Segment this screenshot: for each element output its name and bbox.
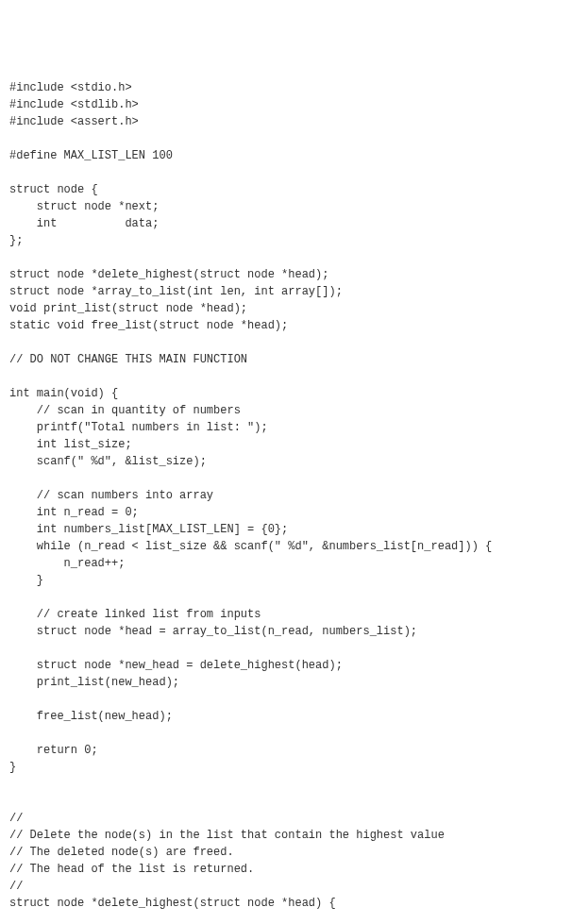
code-line [9, 776, 563, 793]
code-line: #include <assert.h> [9, 113, 563, 130]
code-line [9, 368, 563, 385]
code-line [9, 691, 563, 708]
code-line: #define MAX_LIST_LEN 100 [9, 147, 563, 164]
code-line [9, 725, 563, 742]
code-line: // scan numbers into array [9, 487, 563, 504]
code-line: } [9, 759, 563, 776]
code-line: int list_size; [9, 436, 563, 453]
code-line: // The deleted node(s) are freed. [9, 844, 563, 861]
code-line: int data; [9, 215, 563, 232]
code-line: struct node *array_to_list(int len, int … [9, 283, 563, 300]
code-line: // Delete the node(s) in the list that c… [9, 827, 563, 844]
code-line: // The head of the list is returned. [9, 861, 563, 878]
code-line: #include <stdlib.h> [9, 96, 563, 113]
code-line: scanf(" %d", &list_size); [9, 453, 563, 470]
code-line: printf("Total numbers in list: "); [9, 419, 563, 436]
code-line: return 0; [9, 742, 563, 759]
code-line: // [9, 810, 563, 827]
code-line [9, 589, 563, 606]
code-line [9, 793, 563, 810]
code-line [9, 164, 563, 181]
code-line [9, 130, 563, 147]
code-line: int numbers_list[MAX_LIST_LEN] = {0}; [9, 521, 563, 538]
code-line: int n_read = 0; [9, 504, 563, 521]
code-line: } [9, 572, 563, 589]
code-line: struct node *delete_highest(struct node … [9, 895, 563, 912]
code-line: struct node *new_head = delete_highest(h… [9, 657, 563, 674]
code-block: #include <stdio.h>#include <stdlib.h>#in… [9, 79, 563, 924]
code-line: static void free_list(struct node *head)… [9, 317, 563, 334]
code-line: // DO NOT CHANGE THIS MAIN FUNCTION [9, 351, 563, 368]
code-line: free_list(new_head); [9, 708, 563, 725]
code-line: #include <stdio.h> [9, 79, 563, 96]
code-line: // scan in quantity of numbers [9, 402, 563, 419]
code-line: // [9, 878, 563, 895]
code-line: struct node { [9, 181, 563, 198]
code-line: }; [9, 232, 563, 249]
code-line: struct node *delete_highest(struct node … [9, 266, 563, 283]
code-line: print_list(new_head); [9, 674, 563, 691]
code-line: void print_list(struct node *head); [9, 300, 563, 317]
code-line [9, 640, 563, 657]
code-line [9, 334, 563, 351]
code-line: int main(void) { [9, 385, 563, 402]
code-line: while (n_read < list_size && scanf(" %d"… [9, 538, 563, 555]
code-line [9, 249, 563, 266]
code-line [9, 470, 563, 487]
code-line [9, 912, 563, 924]
code-line: struct node *head = array_to_list(n_read… [9, 623, 563, 640]
code-line: n_read++; [9, 555, 563, 572]
code-line: struct node *next; [9, 198, 563, 215]
code-line: // create linked list from inputs [9, 606, 563, 623]
